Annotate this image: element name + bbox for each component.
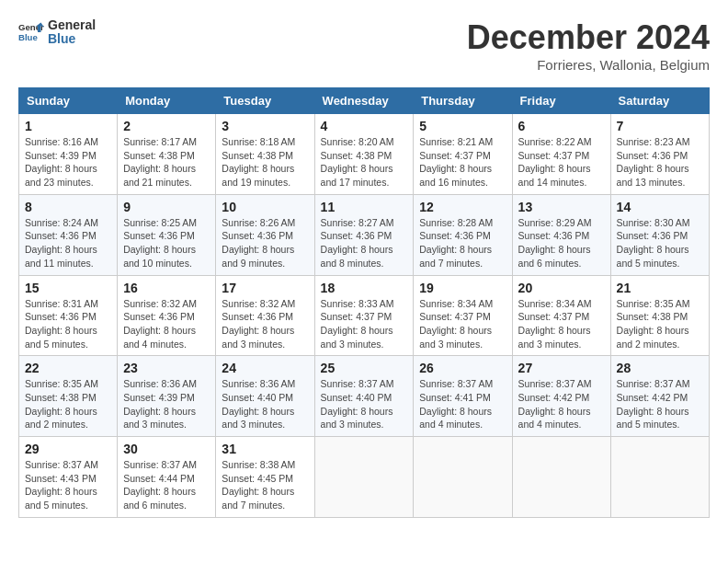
calendar-cell: 24Sunrise: 8:36 AMSunset: 4:40 PMDayligh… (216, 356, 314, 437)
day-info: Sunrise: 8:37 AMSunset: 4:42 PMDaylight:… (617, 377, 703, 431)
col-header-friday: Friday (512, 88, 610, 114)
day-info: Sunrise: 8:38 AMSunset: 4:45 PMDaylight:… (222, 458, 308, 512)
calendar-cell: 28Sunrise: 8:37 AMSunset: 4:42 PMDayligh… (610, 356, 709, 437)
calendar-cell: 6Sunrise: 8:22 AMSunset: 4:37 PMDaylight… (512, 114, 610, 195)
day-number: 5 (419, 119, 506, 133)
logo-icon: General Blue (18, 19, 44, 45)
calendar-cell: 14Sunrise: 8:30 AMSunset: 4:36 PMDayligh… (610, 194, 709, 275)
calendar-cell: 4Sunrise: 8:20 AMSunset: 4:38 PMDaylight… (314, 114, 414, 195)
day-info: Sunrise: 8:37 AMSunset: 4:41 PMDaylight:… (419, 377, 506, 431)
calendar-cell: 2Sunrise: 8:17 AMSunset: 4:38 PMDaylight… (118, 114, 216, 195)
day-number: 1 (25, 119, 111, 133)
day-info: Sunrise: 8:32 AMSunset: 4:36 PMDaylight:… (123, 297, 210, 351)
location: Forrieres, Wallonia, Belgium (467, 57, 710, 73)
day-number: 22 (25, 361, 111, 375)
calendar-week-row: 15Sunrise: 8:31 AMSunset: 4:36 PMDayligh… (19, 275, 710, 356)
day-number: 9 (123, 200, 210, 214)
day-number: 19 (419, 281, 506, 295)
day-info: Sunrise: 8:37 AMSunset: 4:40 PMDaylight:… (321, 377, 408, 431)
day-info: Sunrise: 8:36 AMSunset: 4:39 PMDaylight:… (123, 377, 210, 431)
day-info: Sunrise: 8:29 AMSunset: 4:36 PMDaylight:… (518, 216, 605, 270)
calendar-cell: 8Sunrise: 8:24 AMSunset: 4:36 PMDaylight… (19, 194, 118, 275)
col-header-wednesday: Wednesday (314, 88, 414, 114)
day-number: 2 (123, 119, 210, 133)
page-header: General Blue General Blue December 2024 … (18, 18, 710, 73)
day-number: 15 (25, 281, 111, 295)
calendar-week-row: 22Sunrise: 8:35 AMSunset: 4:38 PMDayligh… (19, 356, 710, 437)
month-year: December 2024 (467, 18, 710, 57)
calendar-cell (610, 437, 709, 518)
day-number: 18 (321, 281, 408, 295)
day-info: Sunrise: 8:23 AMSunset: 4:36 PMDaylight:… (617, 135, 703, 190)
calendar-week-row: 29Sunrise: 8:37 AMSunset: 4:43 PMDayligh… (19, 437, 710, 518)
day-info: Sunrise: 8:35 AMSunset: 4:38 PMDaylight:… (25, 377, 111, 431)
calendar-cell (414, 437, 512, 518)
day-info: Sunrise: 8:24 AMSunset: 4:36 PMDaylight:… (25, 216, 111, 270)
calendar-cell: 16Sunrise: 8:32 AMSunset: 4:36 PMDayligh… (118, 275, 216, 356)
calendar-cell: 29Sunrise: 8:37 AMSunset: 4:43 PMDayligh… (19, 437, 118, 518)
day-number: 12 (419, 200, 506, 214)
calendar-week-row: 1Sunrise: 8:16 AMSunset: 4:39 PMDaylight… (19, 114, 710, 195)
calendar-cell: 7Sunrise: 8:23 AMSunset: 4:36 PMDaylight… (610, 114, 709, 195)
calendar-cell: 23Sunrise: 8:36 AMSunset: 4:39 PMDayligh… (118, 356, 216, 437)
logo-blue-text: Blue (48, 32, 96, 46)
day-info: Sunrise: 8:16 AMSunset: 4:39 PMDaylight:… (25, 135, 111, 190)
day-info: Sunrise: 8:21 AMSunset: 4:37 PMDaylight:… (419, 135, 506, 190)
day-number: 13 (518, 200, 605, 214)
calendar-cell (314, 437, 414, 518)
day-number: 7 (617, 119, 703, 133)
calendar-cell: 10Sunrise: 8:26 AMSunset: 4:36 PMDayligh… (216, 194, 314, 275)
calendar-cell: 19Sunrise: 8:34 AMSunset: 4:37 PMDayligh… (414, 275, 512, 356)
day-info: Sunrise: 8:18 AMSunset: 4:38 PMDaylight:… (222, 135, 308, 190)
calendar-cell: 20Sunrise: 8:34 AMSunset: 4:37 PMDayligh… (512, 275, 610, 356)
calendar-cell: 30Sunrise: 8:37 AMSunset: 4:44 PMDayligh… (118, 437, 216, 518)
calendar-cell: 31Sunrise: 8:38 AMSunset: 4:45 PMDayligh… (216, 437, 314, 518)
col-header-saturday: Saturday (610, 88, 709, 114)
day-info: Sunrise: 8:31 AMSunset: 4:36 PMDaylight:… (25, 297, 111, 351)
svg-text:Blue: Blue (18, 32, 38, 42)
day-info: Sunrise: 8:25 AMSunset: 4:36 PMDaylight:… (123, 216, 210, 270)
col-header-thursday: Thursday (414, 88, 512, 114)
day-info: Sunrise: 8:32 AMSunset: 4:36 PMDaylight:… (222, 297, 308, 351)
day-info: Sunrise: 8:20 AMSunset: 4:38 PMDaylight:… (321, 135, 408, 190)
day-number: 20 (518, 281, 605, 295)
calendar-cell: 25Sunrise: 8:37 AMSunset: 4:40 PMDayligh… (314, 356, 414, 437)
calendar-cell (512, 437, 610, 518)
logo: General Blue General Blue (18, 18, 96, 47)
calendar-cell: 1Sunrise: 8:16 AMSunset: 4:39 PMDaylight… (19, 114, 118, 195)
day-number: 28 (617, 361, 703, 375)
col-header-monday: Monday (118, 88, 216, 114)
day-info: Sunrise: 8:37 AMSunset: 4:43 PMDaylight:… (25, 458, 111, 512)
calendar-cell: 27Sunrise: 8:37 AMSunset: 4:42 PMDayligh… (512, 356, 610, 437)
day-number: 6 (518, 119, 605, 133)
calendar-cell: 21Sunrise: 8:35 AMSunset: 4:38 PMDayligh… (610, 275, 709, 356)
calendar-cell: 17Sunrise: 8:32 AMSunset: 4:36 PMDayligh… (216, 275, 314, 356)
calendar-cell: 3Sunrise: 8:18 AMSunset: 4:38 PMDaylight… (216, 114, 314, 195)
day-number: 4 (321, 119, 408, 133)
calendar-week-row: 8Sunrise: 8:24 AMSunset: 4:36 PMDaylight… (19, 194, 710, 275)
calendar-table: SundayMondayTuesdayWednesdayThursdayFrid… (18, 87, 710, 518)
day-info: Sunrise: 8:26 AMSunset: 4:36 PMDaylight:… (222, 216, 308, 270)
day-number: 24 (222, 361, 308, 375)
day-info: Sunrise: 8:22 AMSunset: 4:37 PMDaylight:… (518, 135, 605, 190)
day-number: 21 (617, 281, 703, 295)
day-info: Sunrise: 8:28 AMSunset: 4:36 PMDaylight:… (419, 216, 506, 270)
day-info: Sunrise: 8:35 AMSunset: 4:38 PMDaylight:… (617, 297, 703, 351)
day-info: Sunrise: 8:37 AMSunset: 4:42 PMDaylight:… (518, 377, 605, 431)
logo-general-text: General (48, 18, 96, 32)
day-info: Sunrise: 8:27 AMSunset: 4:36 PMDaylight:… (321, 216, 408, 270)
day-number: 23 (123, 361, 210, 375)
calendar-cell: 22Sunrise: 8:35 AMSunset: 4:38 PMDayligh… (19, 356, 118, 437)
calendar-cell: 15Sunrise: 8:31 AMSunset: 4:36 PMDayligh… (19, 275, 118, 356)
day-info: Sunrise: 8:34 AMSunset: 4:37 PMDaylight:… (518, 297, 605, 351)
day-number: 14 (617, 200, 703, 214)
calendar-cell: 5Sunrise: 8:21 AMSunset: 4:37 PMDaylight… (414, 114, 512, 195)
day-number: 29 (25, 442, 111, 456)
day-info: Sunrise: 8:17 AMSunset: 4:38 PMDaylight:… (123, 135, 210, 190)
day-number: 11 (321, 200, 408, 214)
day-number: 10 (222, 200, 308, 214)
calendar-cell: 18Sunrise: 8:33 AMSunset: 4:37 PMDayligh… (314, 275, 414, 356)
col-header-tuesday: Tuesday (216, 88, 314, 114)
calendar-cell: 9Sunrise: 8:25 AMSunset: 4:36 PMDaylight… (118, 194, 216, 275)
day-info: Sunrise: 8:36 AMSunset: 4:40 PMDaylight:… (222, 377, 308, 431)
